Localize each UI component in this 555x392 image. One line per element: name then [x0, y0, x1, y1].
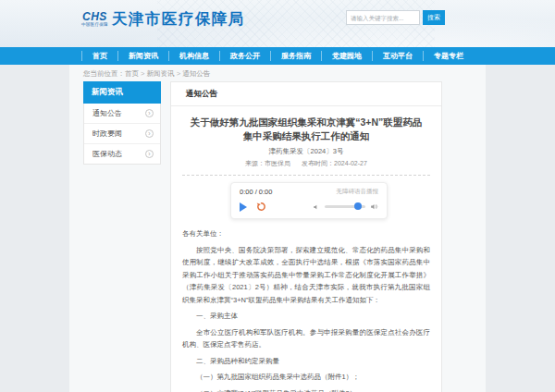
nav-item[interactable]: 机构信息: [168, 51, 219, 61]
article-paragraph: （二）京津冀“3+N”联盟药品集采中选药品（附件2）。: [182, 387, 430, 392]
article-paragraph: 全市公立医疗机构和军队医疗机构。参与申报采购量的医保定点社会办医疗机构、医保定点…: [182, 326, 430, 351]
chevron-right-icon: ›: [145, 129, 154, 138]
sidebar-menu: 通知公告 › 时政要闻 › 医保动态 ›: [83, 104, 161, 165]
site-header: CHS 中国医疗保障 天津市医疗保障局 搜索: [0, 0, 555, 47]
article-paragraph: （一）第九批国家组织药品集采中选药品（附件1）；: [182, 371, 430, 384]
sidebar-title: 新闻资讯: [83, 81, 161, 104]
sidebar-item[interactable]: 通知公告 ›: [84, 104, 160, 124]
sidebar-item-label: 时政要闻: [92, 129, 122, 139]
volume-up-icon[interactable]: [370, 202, 378, 211]
nav-item[interactable]: 专题专栏: [423, 51, 474, 61]
article-paragraph: 二、采购品种和约定采购量: [182, 355, 430, 368]
volume-slider-thumb[interactable]: [354, 202, 362, 210]
section-label: 通知公告: [171, 82, 441, 106]
page: CHS 中国医疗保障 天津市医疗保障局 搜索 首页新闻资讯机构信息政务公开服务指…: [0, 0, 555, 392]
chs-sub-text: 中国医疗保障: [81, 22, 108, 27]
breadcrumb: 您当前位置：首页 > 新闻资讯 > 通知公告: [83, 69, 210, 79]
play-icon[interactable]: [240, 202, 247, 212]
sidebar-item-label: 医保动态: [92, 149, 122, 159]
replay-loop-icon[interactable]: [256, 202, 266, 212]
nav-item[interactable]: 互动平台: [372, 51, 423, 61]
article-title: 关于做好第九批国家组织集采和京津冀“3+N”联盟药品集中采购结果执行工作的通知: [188, 116, 425, 143]
chs-logo-icon: CHS 中国医疗保障: [81, 12, 108, 27]
nav-item[interactable]: 政务公开: [219, 51, 270, 61]
audio-time: 0:00 / 0:00: [240, 188, 272, 196]
breadcrumb-link[interactable]: 首页: [125, 69, 139, 78]
search-input[interactable]: [346, 10, 420, 25]
breadcrumb-prefix: 您当前位置：: [83, 69, 125, 78]
breadcrumb-link[interactable]: 新闻资讯: [147, 69, 175, 78]
article-meta: 来源：市医保局 发布时间：2024-02-27: [182, 159, 430, 168]
nav-item[interactable]: 服务指南: [270, 51, 321, 61]
chs-acronym: CHS: [82, 12, 107, 22]
article-publish-time: 发布时间：2024-02-27: [302, 160, 367, 166]
nav-item[interactable]: 党建园地: [321, 51, 372, 61]
nav-item[interactable]: 新闻资讯: [117, 51, 168, 61]
chevron-right-icon: ›: [145, 109, 154, 117]
audio-accessibility-label: 无障碍语音播报: [337, 188, 379, 196]
volume-slider[interactable]: [325, 205, 365, 208]
search-box: 搜索: [346, 10, 445, 25]
article-paragraph: 按照党中央、国务院决策部署，探索建立规范化、常态化的药品集中采购和使用制度，继续…: [182, 244, 430, 307]
sidebar-item-label: 通知公告: [92, 108, 122, 118]
main-nav: 首页新闻资讯机构信息政务公开服务指南党建园地互动平台专题专栏: [0, 47, 555, 65]
chevron-right-icon: ›: [145, 150, 154, 158]
breadcrumb-link[interactable]: 通知公告: [182, 69, 210, 78]
breadcrumb-separator: >: [175, 69, 183, 78]
article-panel: 通知公告 关于做好第九批国家组织集采和京津冀“3+N”联盟药品集中采购结果执行工…: [170, 81, 442, 392]
site-title: 天津市医疗保障局: [112, 9, 245, 30]
sidebar-item[interactable]: 医保动态 ›: [84, 144, 160, 164]
sidebar-item[interactable]: 时政要闻 ›: [84, 124, 160, 144]
audio-player: 0:00 / 0:00 无障碍语音播报: [230, 182, 388, 219]
article-source: 来源：市医保局: [245, 160, 290, 166]
search-button[interactable]: 搜索: [423, 10, 445, 25]
nav-item[interactable]: 首页: [81, 51, 117, 61]
article-paragraph: 各有关单位：: [182, 227, 430, 240]
dashed-divider: [182, 175, 430, 176]
breadcrumb-separator: >: [139, 69, 147, 78]
article-body: 各有关单位：按照党中央、国务院决策部署，探索建立规范化、常态化的药品集中采购和使…: [182, 227, 430, 392]
article-paragraph: 一、采购主体: [182, 310, 430, 323]
site-logo[interactable]: CHS 中国医疗保障 天津市医疗保障局: [81, 9, 245, 30]
sidebar: 新闻资讯 通知公告 › 时政要闻 › 医保动态 ›: [83, 81, 161, 165]
document-number: 津药集采发〔2024〕3号: [182, 147, 430, 156]
volume-down-icon: [313, 203, 320, 211]
